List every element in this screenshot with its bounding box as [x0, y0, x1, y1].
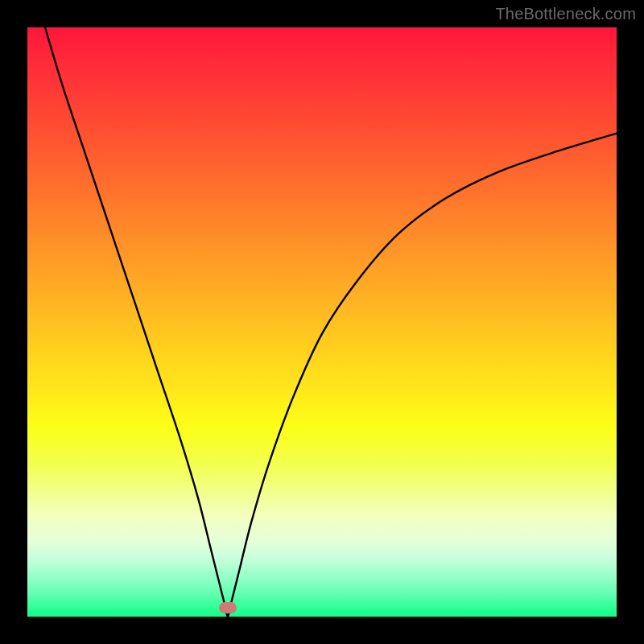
plot-area: [27, 27, 617, 617]
watermark-text: TheBottleneck.com: [495, 5, 636, 23]
chart-frame: TheBottleneck.com: [0, 0, 644, 644]
optimum-marker: [219, 602, 237, 613]
bottleneck-curve: [45, 27, 617, 617]
curve-svg: [27, 27, 617, 617]
